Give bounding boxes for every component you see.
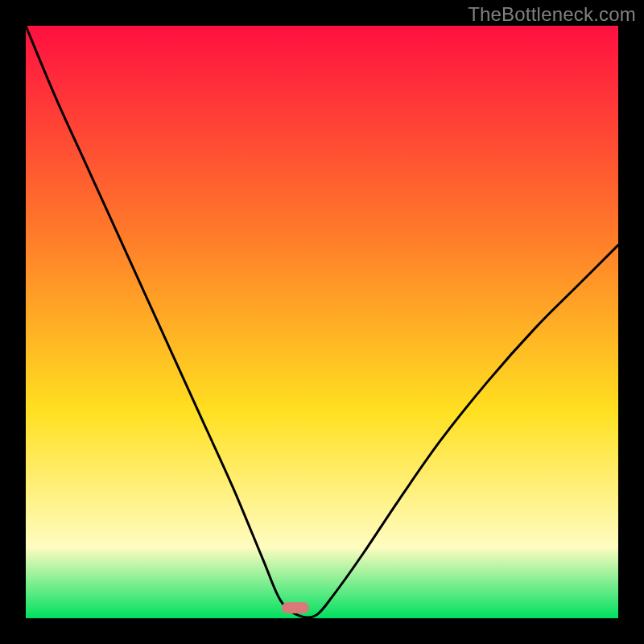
plot-area — [26, 26, 618, 618]
plot-svg — [26, 26, 618, 618]
gradient-background — [26, 26, 618, 618]
chart-frame: TheBottleneck.com — [0, 0, 644, 644]
watermark-text: TheBottleneck.com — [468, 3, 636, 26]
bottleneck-marker — [282, 602, 309, 613]
